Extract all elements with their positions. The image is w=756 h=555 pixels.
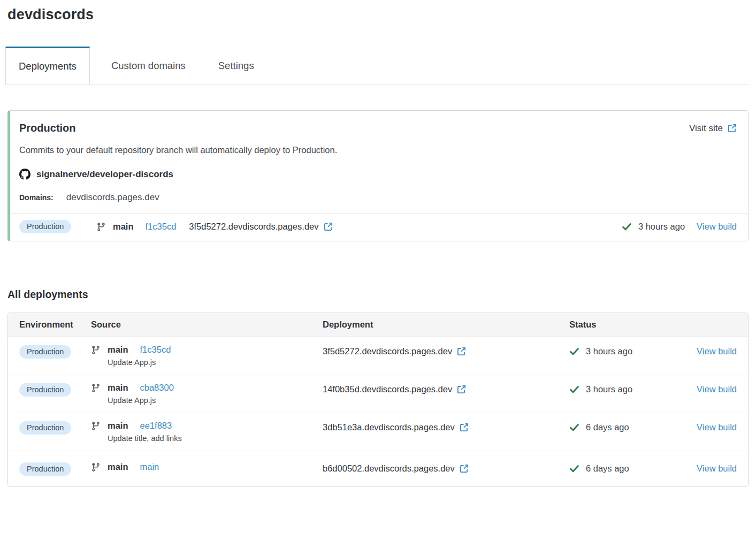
check-icon: [622, 222, 632, 232]
commit-message: Update App.js: [108, 396, 323, 405]
external-link-icon[interactable]: [460, 423, 469, 432]
deployments-table-body: Production main f1c35cd Update App.js 3f…: [8, 337, 748, 486]
commit-message: Update title, add links: [108, 434, 323, 443]
deployment-url: b6d00502.devdiscords.pages.dev: [323, 463, 455, 474]
status-time: 6 days ago: [586, 422, 629, 432]
status-cell: 3 hours ago: [569, 345, 686, 356]
environment-cell: Production: [19, 421, 91, 435]
view-build-link[interactable]: View build: [697, 463, 737, 473]
git-branch-icon: [91, 421, 101, 431]
environment-cell: Production: [19, 345, 91, 359]
github-icon: [19, 169, 30, 180]
environment-badge: Production: [19, 383, 71, 397]
deployment-cell: b6d00502.devdiscords.pages.dev: [323, 462, 569, 474]
view-build-link[interactable]: View build: [697, 422, 737, 432]
view-build-cell: View build: [686, 383, 737, 394]
deployment-cell: 14f0b35d.devdiscords.pages.dev: [323, 383, 569, 394]
external-link-icon[interactable]: [457, 385, 466, 394]
view-build-link[interactable]: View build: [697, 222, 737, 232]
table-row: Production main f1c35cd Update App.js 3f…: [8, 337, 748, 375]
column-header-environment: Environment: [19, 320, 91, 330]
environment-badge: Production: [19, 345, 71, 359]
environment-cell: Production: [19, 462, 91, 476]
visit-site-label: Visit site: [689, 123, 723, 134]
table-header: Environment Source Deployment Status: [8, 313, 748, 337]
column-header-status: Status: [569, 320, 686, 330]
git-branch-icon: [91, 462, 101, 472]
table-row: Production main cba8300 Update App.js 14…: [8, 375, 748, 413]
visit-site-link[interactable]: Visit site: [689, 123, 737, 134]
deployment-cell: 3f5d5272.devdiscords.pages.dev: [323, 345, 569, 356]
environment-badge: Production: [19, 220, 71, 233]
page: devdiscords Deployments Custom domains S…: [0, 0, 756, 486]
external-link-icon[interactable]: [324, 222, 333, 231]
source-cell: main main: [91, 462, 323, 472]
branch-name: main: [108, 421, 128, 431]
repository-name: signalnerve/developer-discords: [36, 169, 173, 180]
deployment-cell: 3db51e3a.devdiscords.pages.dev: [323, 421, 569, 432]
commit-link[interactable]: f1c35cd: [146, 222, 177, 232]
commit-link[interactable]: main: [140, 462, 159, 472]
production-card-title: Production: [19, 122, 76, 134]
status-cell: 6 days ago: [569, 462, 686, 474]
branch-name: main: [108, 345, 128, 355]
git-branch-icon: [96, 222, 106, 232]
commit-link[interactable]: ee1f883: [140, 421, 172, 431]
page-title: devdiscords: [7, 6, 749, 23]
git-branch-icon: [91, 383, 101, 393]
view-build-cell: View build: [686, 421, 737, 432]
status-time: 3 hours ago: [638, 222, 685, 232]
external-link-icon[interactable]: [460, 464, 469, 473]
deployment-url: 14f0b35d.devdiscords.pages.dev: [323, 384, 452, 394]
production-description: Commits to your default repository branc…: [19, 145, 737, 155]
branch-name: main: [108, 383, 128, 393]
domains-value: devdiscords.pages.dev: [66, 192, 159, 203]
view-build-link[interactable]: View build: [697, 384, 737, 394]
commit-message: Update App.js: [108, 358, 323, 367]
environment-badge: Production: [19, 421, 71, 435]
commit-link[interactable]: f1c35cd: [140, 345, 171, 355]
status-time: 6 days ago: [586, 463, 629, 474]
view-build-link[interactable]: View build: [697, 346, 737, 356]
environment-cell: Production: [19, 383, 91, 397]
branch-name: main: [108, 462, 128, 472]
status-time: 3 hours ago: [586, 384, 632, 394]
status-cell: 3 hours ago: [569, 383, 686, 394]
deployments-table: Environment Source Deployment Status Pro…: [7, 313, 749, 486]
status-time: 3 hours ago: [586, 346, 632, 356]
tab-bar: Deployments Custom domains Settings: [5, 47, 749, 85]
column-header-deployment: Deployment: [323, 320, 569, 330]
tab-custom-domains[interactable]: Custom domains: [100, 47, 197, 85]
check-icon: [569, 422, 579, 432]
status-cell: 6 days ago: [569, 421, 686, 432]
production-deployment-row: Production main f1c35cd 3f5d5272.devdisc…: [10, 213, 748, 241]
deployment-url: 3f5d5272.devdiscords.pages.dev: [323, 346, 452, 356]
branch-name: main: [113, 222, 134, 232]
source-cell: main ee1f883 Update title, add links: [91, 421, 323, 443]
commit-link[interactable]: cba8300: [140, 383, 174, 393]
domains-label: Domains:: [19, 193, 54, 202]
all-deployments-title: All deployments: [7, 288, 749, 301]
column-header-source: Source: [91, 320, 323, 330]
environment-badge: Production: [19, 462, 71, 476]
git-branch-icon: [91, 345, 101, 355]
table-row: Production main ee1f883 Update title, ad…: [8, 413, 748, 451]
check-icon: [569, 384, 579, 394]
source-cell: main cba8300 Update App.js: [91, 383, 323, 405]
view-build-cell: View build: [686, 462, 737, 474]
external-link-icon: [728, 124, 737, 133]
source-cell: main f1c35cd Update App.js: [91, 345, 323, 367]
tab-settings[interactable]: Settings: [207, 47, 265, 85]
deployment-url: 3f5d5272.devdiscords.pages.dev: [189, 222, 318, 232]
table-row: Production main main b6d00502.devdiscord…: [8, 451, 748, 486]
check-icon: [569, 346, 579, 356]
check-icon: [569, 463, 579, 474]
external-link-icon[interactable]: [457, 347, 466, 356]
deployment-url: 3db51e3a.devdiscords.pages.dev: [323, 422, 455, 432]
tab-deployments[interactable]: Deployments: [5, 47, 90, 85]
production-card: Production Visit site Commits to your de…: [7, 110, 749, 241]
view-build-cell: View build: [686, 345, 737, 356]
